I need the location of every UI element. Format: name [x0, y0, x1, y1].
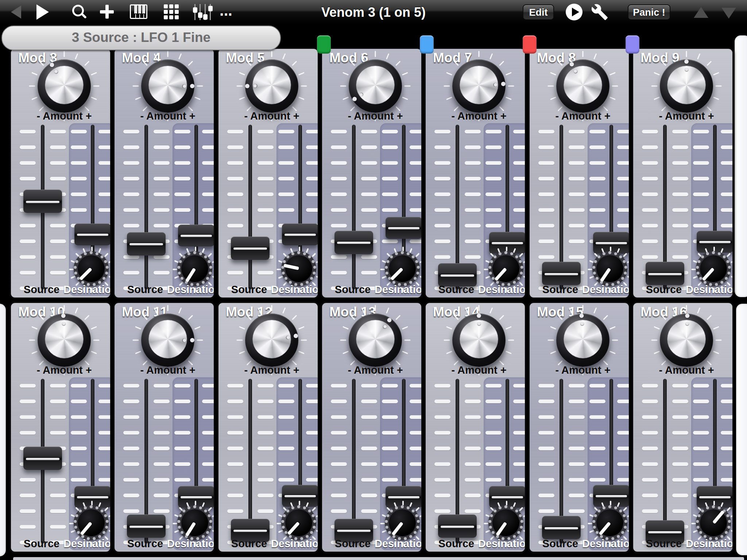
tick-ray [91, 351, 97, 354]
add-icon[interactable] [100, 5, 114, 19]
slider-tick [20, 494, 36, 497]
slider-tick [98, 447, 112, 450]
destination-knob[interactable] [385, 505, 421, 542]
destination-slider-handle[interactable] [178, 225, 214, 246]
forward-icon[interactable] [36, 4, 49, 20]
source-slider-handle[interactable] [542, 516, 581, 539]
slider-tick [98, 478, 112, 482]
play-button[interactable] [566, 4, 582, 20]
search-icon[interactable] [72, 5, 87, 19]
amount-knob[interactable] [38, 59, 91, 113]
amount-knob[interactable] [349, 314, 402, 367]
slider-tick [569, 177, 585, 180]
page-up-icon[interactable] [694, 7, 708, 18]
slider-tick [465, 431, 481, 435]
destination-knob[interactable] [592, 251, 629, 288]
slider-tick [227, 462, 243, 466]
amount-knob[interactable] [452, 59, 506, 113]
wrench-icon[interactable] [591, 3, 608, 21]
destination-knob[interactable] [696, 505, 732, 542]
destination-knob[interactable] [488, 251, 525, 288]
slider-tick [154, 224, 170, 228]
destination-knob[interactable] [74, 505, 110, 542]
source-slider-handle[interactable] [23, 190, 62, 213]
tag-marker-purple[interactable] [626, 35, 639, 54]
slider-tick [306, 447, 319, 450]
destination-knob[interactable] [592, 505, 629, 542]
source-slider-handle[interactable] [23, 447, 62, 470]
destination-knob[interactable] [281, 505, 318, 542]
tick-ray [271, 305, 272, 311]
source-slider-track[interactable] [352, 125, 356, 289]
slider-tick [382, 177, 398, 180]
tick-ray [350, 61, 355, 66]
slider-tick [382, 431, 398, 435]
amount-knob-indicator [450, 57, 508, 115]
amount-knob[interactable] [245, 314, 298, 367]
source-slider-track[interactable] [663, 379, 667, 544]
slider-tick [485, 384, 502, 388]
destination-knob[interactable] [177, 505, 214, 542]
tag-marker-blue[interactable] [420, 35, 434, 54]
slider-tick [98, 431, 112, 435]
slider-tick [258, 271, 274, 275]
status-display[interactable]: 3 Source : LFO 1 Fine [1, 26, 281, 50]
amount-knob-indicator [660, 59, 713, 113]
destination-knob[interactable] [281, 251, 318, 288]
source-slider-handle[interactable] [542, 262, 581, 285]
destination-knob[interactable] [177, 251, 214, 288]
tag-marker-red[interactable] [523, 35, 537, 54]
amount-knob[interactable] [660, 59, 713, 113]
amount-knob[interactable] [141, 59, 194, 113]
destination-knob[interactable] [488, 505, 525, 542]
source-slider-track[interactable] [248, 125, 252, 289]
slider-tick [98, 415, 112, 419]
tick-ray [178, 53, 182, 59]
destination-knob[interactable] [74, 251, 110, 288]
tag-marker-green[interactable] [317, 35, 331, 54]
destination-knob[interactable] [385, 251, 421, 288]
source-slider-handle[interactable] [646, 262, 684, 285]
slider-tick [569, 509, 585, 513]
source-slider-handle[interactable] [127, 232, 166, 256]
tick-ray [239, 351, 245, 354]
keyboard-icon[interactable] [130, 4, 147, 19]
slider-tick [306, 384, 319, 388]
source-slider-handle[interactable] [438, 514, 477, 538]
grid-icon[interactable] [164, 4, 179, 19]
slider-tick [465, 177, 481, 180]
amount-knob[interactable] [349, 59, 402, 113]
tick-ray [697, 307, 700, 314]
source-slider-handle[interactable] [127, 514, 166, 538]
source-slider-handle[interactable] [231, 237, 270, 260]
tick-ray [421, 523, 423, 524]
slider-tick [434, 240, 450, 243]
edit-button[interactable]: Edit [523, 4, 554, 20]
amount-knob[interactable] [556, 314, 609, 367]
amount-knob[interactable] [38, 314, 91, 367]
page-down-icon[interactable] [721, 8, 736, 19]
slider-tick [154, 192, 170, 196]
slider-tick [154, 494, 170, 497]
destination-slider-handle[interactable] [386, 217, 422, 239]
tick-ray [623, 507, 627, 511]
amount-knob[interactable] [452, 314, 506, 367]
source-slider-handle[interactable] [438, 263, 477, 287]
slider-tick [617, 130, 630, 133]
amount-knob[interactable] [660, 314, 713, 367]
amount-knob[interactable] [141, 314, 194, 367]
amount-knob[interactable] [556, 59, 609, 113]
mixer-icon[interactable] [193, 3, 212, 21]
source-slider-track[interactable] [144, 125, 148, 289]
destination-slider-handle[interactable] [74, 223, 111, 245]
slider-tick [278, 161, 294, 165]
more-icon[interactable]: ... [220, 0, 241, 24]
destination-slider-handle[interactable] [282, 223, 318, 245]
slider-tick [382, 400, 398, 403]
panic-button[interactable]: Panic ! [628, 4, 670, 20]
source-slider-handle[interactable] [334, 231, 373, 254]
back-icon[interactable] [11, 5, 21, 19]
slider-tick [672, 384, 688, 388]
amount-knob[interactable] [245, 59, 298, 113]
destination-knob[interactable] [696, 251, 732, 288]
